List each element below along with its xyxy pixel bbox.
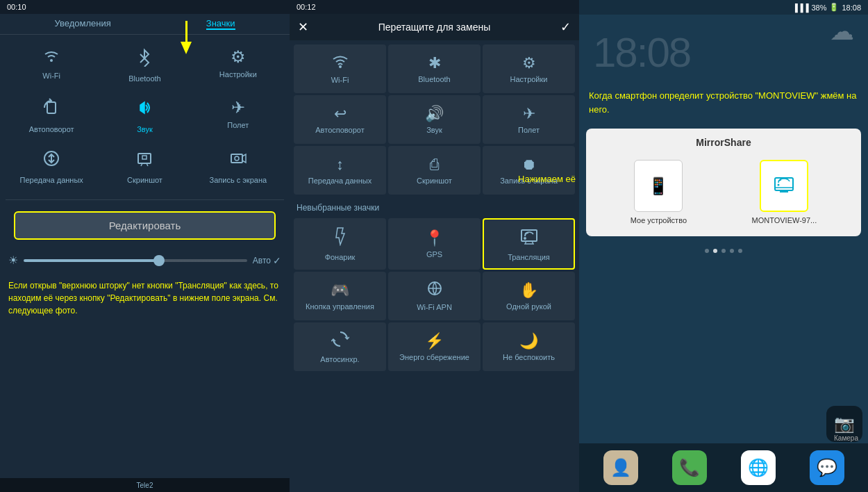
control-icon: 🎮 — [331, 281, 349, 300]
qs-bluetooth[interactable]: Bluetooth — [99, 40, 190, 90]
screenshot-icon — [135, 149, 154, 172]
icon-wifi-label: Wi-Fi — [331, 76, 349, 84]
flight-icon: ✈ — [231, 98, 245, 117]
icon-onehand-label: Одной рукой — [506, 302, 551, 311]
status-icons-3: ▐▐▐ 38% 🔋 18:08 — [792, 3, 861, 12]
svg-rect-4 — [138, 154, 151, 163]
icon-autosync-label: Автосинхр. — [320, 355, 359, 363]
panel-tabs-1: Уведомления Значки — [0, 14, 290, 35]
icon-sound-2[interactable]: 🔊 Звук — [388, 95, 481, 144]
dock-phone[interactable]: 📞 — [672, 450, 707, 485]
device-row: 📱 Мое устройство — [594, 156, 853, 228]
icon-dnd-label: Не беспокоить — [503, 353, 555, 361]
icon-flashlight[interactable]: Фонарик — [294, 218, 386, 270]
icon-settings-label: Настройки — [510, 75, 548, 83]
status-bar-2: 00:12 — [290, 0, 579, 14]
dock-chrome[interactable]: 🌐 — [741, 450, 776, 485]
dialog-title: MirrorShare — [594, 137, 853, 148]
brightness-slider[interactable] — [24, 259, 247, 262]
icon-screenrecord-2[interactable]: ⏺ Запись с экрана — [483, 146, 575, 195]
panel-2: 00:12 ✕ Перетащите для замены ✓ Wi-Fi ✱ … — [290, 0, 579, 492]
energysave-icon: ⚡ — [425, 332, 444, 350]
time-1: 00:10 — [7, 3, 26, 11]
icon-datatransfer-2[interactable]: ↕ Передача данных — [294, 146, 386, 195]
autosync-icon — [331, 330, 349, 352]
flashlight-icon — [332, 227, 349, 250]
icon-flight-2[interactable]: ✈ Полет — [483, 95, 575, 144]
qs-autorotate-label: Автоповорот — [29, 125, 74, 133]
qs-screenshot-label: Скриншот — [127, 176, 162, 184]
chrome-icon: 🌐 — [748, 458, 769, 477]
quick-settings-grid: Wi-Fi Bluetooth ⚙ Настройки — [0, 35, 290, 197]
screenshot-icon-2: ⎙ — [430, 156, 439, 174]
icon-bluetooth-label: Bluetooth — [418, 75, 450, 83]
icon-dnd[interactable]: 🌙 Не беспокоить — [483, 322, 575, 371]
qs-screenshot[interactable]: Скриншот — [99, 142, 190, 191]
dock-contacts[interactable]: 👤 — [603, 450, 638, 485]
qs-flight-label: Полет — [227, 121, 249, 129]
icon-screenshot-label: Скриншот — [417, 177, 452, 185]
icon-wifiapn[interactable]: Wi-Fi APN — [388, 272, 481, 320]
icon-energysave[interactable]: ⚡ Энерго сбережение — [388, 322, 481, 371]
wifi-icon — [41, 47, 62, 68]
brightness-low-icon: ☀ — [8, 254, 18, 267]
icon-settings-2[interactable]: ⚙ Настройки — [483, 44, 575, 93]
dot-4 — [730, 249, 734, 253]
onehand-icon: ✋ — [519, 281, 538, 300]
device-montoview[interactable]: MONTOVIEW-97... — [752, 160, 817, 224]
bluetooth-icon-2: ✱ — [428, 54, 441, 72]
icon-control[interactable]: 🎮 Кнопка управления — [294, 272, 386, 320]
qs-sound-label: Звук — [137, 125, 153, 133]
close-button[interactable]: ✕ — [298, 19, 308, 35]
tab-notifications[interactable]: Уведомления — [55, 18, 111, 30]
messages-icon: 💬 — [817, 458, 837, 477]
section-label: Невыбранные значки — [290, 199, 579, 214]
dot-3 — [721, 249, 726, 253]
settings-icon-2: ⚙ — [522, 54, 536, 72]
qs-sound[interactable]: Звук — [99, 91, 190, 140]
icon-wifi[interactable]: Wi-Fi — [294, 44, 386, 93]
icon-onehand[interactable]: ✋ Одной рукой — [483, 272, 575, 320]
sound-icon-2: 🔊 — [425, 105, 444, 123]
qs-autorotate[interactable]: Автоповорот — [6, 91, 97, 140]
qs-datatransfer[interactable]: Передача данных — [6, 142, 97, 191]
qs-wifi[interactable]: Wi-Fi — [6, 40, 97, 90]
arrow-line — [185, 21, 187, 42]
icon-screenshot-2[interactable]: ⎙ Скриншот — [388, 146, 481, 195]
icon-control-label: Кнопка управления — [306, 302, 374, 311]
camera-label: Камера — [834, 434, 858, 442]
bluetooth-icon — [136, 47, 153, 71]
divider-1 — [6, 199, 284, 200]
icon-bluetooth-2[interactable]: ✱ Bluetooth — [388, 44, 481, 93]
panel-3: ▐▐▐ 38% 🔋 18:08 18:08 ☁ Когда смартфон о… — [579, 0, 868, 492]
dot-2 — [713, 249, 717, 253]
qs-screenrecord[interactable]: Запись с экрана — [192, 142, 284, 191]
icon-autosync[interactable]: Автосинхр. — [294, 322, 386, 371]
edit-button[interactable]: Редактировать — [14, 211, 276, 240]
bottom-icons-grid: Фонарик 📍 GPS Трансляция 🎮 Кнопка управл… — [290, 214, 579, 375]
flight-icon-2: ✈ — [523, 105, 535, 123]
confirm-button[interactable]: ✓ — [560, 19, 571, 35]
icon-gps[interactable]: 📍 GPS — [388, 218, 481, 270]
qs-settings-label: Настройки — [219, 70, 257, 79]
tab-icons[interactable]: Значки — [206, 18, 235, 30]
svg-point-10 — [524, 237, 526, 240]
device-my-device[interactable]: 📱 Мое устройство — [631, 160, 687, 224]
wifi-icon-2 — [331, 54, 349, 73]
qs-flight[interactable]: ✈ Полет — [192, 91, 284, 140]
qs-settings[interactable]: ⚙ Настройки — [192, 40, 284, 90]
qs-wifi-label: Wi-Fi — [42, 72, 60, 80]
screenrecord-icon-2: ⏺ — [521, 156, 537, 174]
datatransfer-icon — [42, 149, 61, 172]
arrow-head — [181, 42, 192, 54]
svg-rect-5 — [142, 156, 147, 159]
icon-cast[interactable]: Трансляция — [483, 218, 575, 270]
dock-messages[interactable]: 💬 — [810, 450, 844, 485]
icon-datatransfer-label: Передача данных — [308, 177, 372, 185]
icon-flashlight-label: Фонарик — [325, 253, 356, 261]
icon-autorotate-2[interactable]: ↩ Автосповорот — [294, 95, 386, 144]
edit-btn-container: Редактировать — [6, 206, 284, 245]
dot-1 — [705, 249, 709, 253]
battery-percentage: 38% — [811, 3, 826, 12]
weather-icon: ☁ — [830, 17, 854, 45]
